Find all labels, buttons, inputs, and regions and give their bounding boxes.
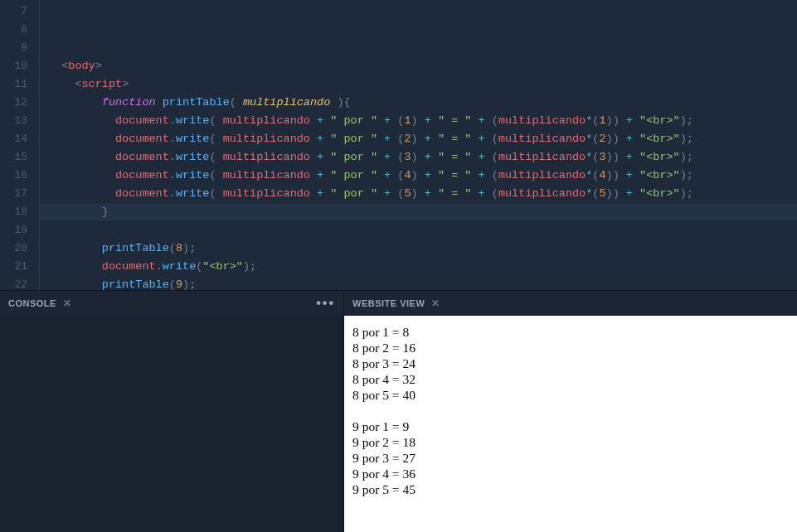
line-number-gutter: 78910111213141516171819202122 — [0, 0, 40, 290]
code-line[interactable]: <script> — [48, 75, 797, 94]
output-line: 8 por 4 = 32 — [352, 371, 789, 387]
code-line[interactable]: function printTable( multiplicando ){ — [48, 94, 797, 112]
line-number: 15 — [0, 148, 27, 167]
output-line: 8 por 5 = 40 — [352, 387, 789, 403]
line-number: 16 — [0, 167, 27, 185]
output-line: 9 por 2 = 18 — [352, 434, 789, 450]
output-line: 9 por 1 = 9 — [352, 418, 789, 434]
website-view-panel: WEBSITE VIEW ✕ 8 por 1 = 88 por 2 = 168 … — [344, 291, 797, 532]
code-line[interactable]: document.write( multiplicando + " por " … — [48, 148, 797, 167]
code-line[interactable]: <body> — [48, 57, 797, 75]
bottom-panels: CONSOLE ✕ ••• WEBSITE VIEW ✕ 8 por 1 = 8… — [0, 290, 797, 532]
output-line: 8 por 2 = 16 — [352, 340, 789, 355]
console-header: CONSOLE ✕ ••• — [0, 291, 343, 316]
line-number: 8 — [0, 21, 27, 39]
website-output[interactable]: 8 por 1 = 88 por 2 = 168 por 3 = 248 por… — [344, 316, 797, 532]
more-icon[interactable]: ••• — [316, 296, 335, 311]
line-number: 12 — [0, 94, 27, 112]
website-tab-label[interactable]: WEBSITE VIEW — [352, 298, 425, 308]
console-body[interactable] — [0, 316, 343, 532]
console-panel: CONSOLE ✕ ••• — [0, 291, 344, 532]
line-number: 9 — [0, 39, 27, 57]
code-line[interactable] — [48, 221, 797, 239]
line-number: 11 — [0, 75, 27, 94]
output-line: 9 por 3 = 27 — [352, 450, 789, 466]
line-number: 7 — [0, 2, 27, 21]
code-line[interactable]: document.write("<br>"); — [48, 258, 797, 276]
line-number: 21 — [0, 258, 27, 276]
line-number: 13 — [0, 112, 27, 130]
output-line: 9 por 4 = 36 — [352, 466, 789, 481]
current-line-highlight — [40, 203, 797, 221]
code-content[interactable]: <body> <script> function printTable( mul… — [40, 0, 797, 290]
website-header: WEBSITE VIEW ✕ — [344, 291, 797, 316]
output-line: 8 por 3 = 24 — [352, 355, 789, 371]
line-number: 18 — [0, 203, 27, 221]
close-icon[interactable]: ✕ — [431, 297, 440, 309]
code-line[interactable]: printTable(8); — [48, 239, 797, 258]
output-blank-line — [352, 403, 789, 418]
code-line[interactable]: document.write( multiplicando + " por " … — [48, 167, 797, 185]
close-icon[interactable]: ✕ — [63, 297, 72, 309]
code-line[interactable]: document.write( multiplicando + " por " … — [48, 130, 797, 148]
code-editor[interactable]: 78910111213141516171819202122 <body> <sc… — [0, 0, 797, 290]
output-line: 8 por 1 = 8 — [352, 324, 789, 340]
line-number: 22 — [0, 276, 27, 290]
line-number: 10 — [0, 57, 27, 75]
output-line: 9 por 5 = 45 — [352, 481, 789, 497]
code-line[interactable]: document.write( multiplicando + " por " … — [48, 185, 797, 203]
line-number: 19 — [0, 221, 27, 239]
code-line[interactable]: document.write( multiplicando + " por " … — [48, 112, 797, 130]
line-number: 20 — [0, 239, 27, 258]
console-tab-label[interactable]: CONSOLE — [8, 298, 56, 308]
code-line[interactable]: printTable(9); — [48, 276, 797, 290]
line-number: 17 — [0, 185, 27, 203]
line-number: 14 — [0, 130, 27, 148]
